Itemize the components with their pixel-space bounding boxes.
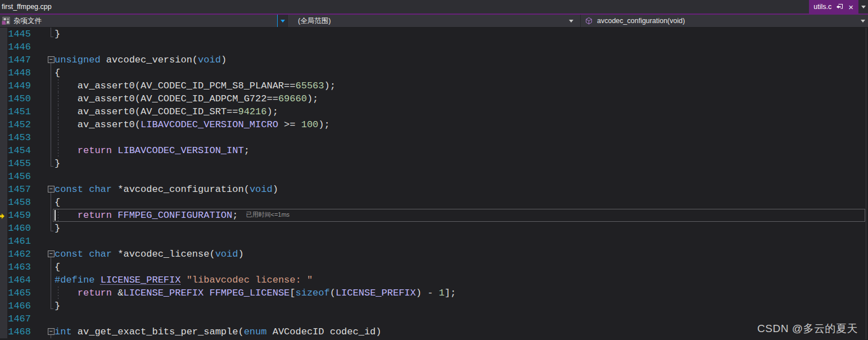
breakpoint-margin[interactable]	[0, 325, 7, 338]
code-text[interactable]	[34, 235, 868, 248]
line-number[interactable]: 1463	[7, 261, 34, 274]
code-tokens: return LIBAVCODEC_VERSION_INT;	[55, 145, 250, 156]
fold-collapse-button[interactable]: −	[48, 186, 55, 193]
breakpoint-margin[interactable]	[0, 235, 7, 248]
code-token: }	[55, 158, 60, 169]
breakpoint-margin[interactable]	[0, 92, 7, 105]
scope-dropdown[interactable]: (全局范围)	[287, 15, 580, 27]
code-text[interactable]: −const char *avcodec_configuration(void)	[34, 183, 868, 196]
breakpoint-margin[interactable]	[0, 105, 7, 118]
code-text[interactable]: {	[34, 66, 868, 79]
line-number[interactable]: 1462	[7, 248, 34, 261]
line-number[interactable]: 1451	[7, 105, 34, 118]
breakpoint-margin[interactable]	[0, 287, 7, 299]
scope-dropdown-label: (全局范围)	[298, 16, 331, 26]
breakpoint-margin[interactable]	[0, 131, 7, 144]
code-text[interactable]: }	[34, 157, 868, 170]
code-text[interactable]: }	[34, 222, 868, 235]
code-text[interactable]: av_assert0(AV_CODEC_ID_SRT==94216);	[34, 105, 868, 118]
fold-collapse-button[interactable]: −	[48, 328, 55, 335]
code-tokens: #define LICENSE_PREFIX "libavcodec licen…	[55, 275, 313, 285]
code-text[interactable]: return &LICENSE_PREFIX FFMPEG_LICENSE[si…	[34, 287, 868, 299]
code-text[interactable]: −int av_get_exact_bits_per_sample(enum A…	[34, 325, 868, 338]
code-text[interactable]: }	[34, 299, 868, 312]
line-number[interactable]: 1464	[7, 274, 34, 287]
line-number[interactable]: 1458	[7, 196, 34, 209]
line-number[interactable]: 1467	[7, 312, 34, 325]
line-number[interactable]: 1450	[7, 92, 34, 105]
code-editor[interactable]: 1445}14461447−unsigned avcodec_version(v…	[0, 28, 868, 339]
code-tokens: const char *avcodec_configuration(void)	[55, 184, 278, 195]
code-text[interactable]: av_assert0(AV_CODEC_ID_ADPCM_G722==69660…	[34, 92, 868, 105]
code-text[interactable]	[34, 170, 868, 183]
line-number[interactable]: 1448	[7, 66, 34, 79]
breakpoint-margin[interactable]	[0, 41, 7, 53]
code-token: enum	[244, 326, 267, 337]
line-number[interactable]: 1453	[7, 131, 34, 144]
code-line: 1467	[0, 312, 868, 325]
line-number[interactable]: 1456	[7, 170, 34, 183]
code-text[interactable]	[34, 131, 868, 144]
breakpoint-margin[interactable]	[0, 53, 7, 66]
line-number[interactable]: 1465	[7, 287, 34, 299]
code-text[interactable]: −unsigned avcodec_version(void)	[34, 53, 868, 66]
close-icon[interactable]: ×	[848, 3, 854, 11]
breakpoint-margin[interactable]	[0, 274, 7, 287]
line-number[interactable]: 1468	[7, 325, 34, 338]
code-tokens: }	[55, 158, 60, 169]
code-text[interactable]: {	[34, 261, 868, 274]
breakpoint-margin[interactable]	[0, 248, 7, 261]
tab-list-chevron-button[interactable]	[858, 0, 868, 14]
line-number[interactable]: 1446	[7, 41, 34, 53]
line-number[interactable]: 1466	[7, 299, 34, 312]
breakpoint-margin[interactable]	[0, 170, 7, 183]
line-number[interactable]: 1459	[7, 209, 34, 222]
code-tokens: }	[55, 223, 60, 234]
code-token: LIBAVCODEC_VERSION_INT	[117, 145, 243, 156]
breakpoint-margin[interactable]	[0, 312, 7, 325]
perf-tip[interactable]: 已用时间<=1ms	[246, 211, 290, 218]
tab-first-ffmpeg-cpp[interactable]: first_ffmpeg.cpp	[0, 0, 58, 14]
project-dropdown-arrow-button[interactable]	[277, 15, 287, 27]
breakpoint-margin[interactable]	[0, 261, 7, 274]
fold-collapse-button[interactable]: −	[48, 56, 55, 63]
project-dropdown[interactable]: 杂项文件	[0, 15, 287, 27]
line-number[interactable]: 1445	[7, 28, 34, 41]
code-text[interactable]	[34, 312, 868, 325]
line-number[interactable]: 1461	[7, 235, 34, 248]
breakpoint-margin[interactable]	[0, 157, 7, 170]
tab-utils-c-preview[interactable]: utils.c ×	[809, 0, 858, 14]
code-text[interactable]: return LIBAVCODEC_VERSION_INT;	[34, 144, 868, 157]
code-text[interactable]: av_assert0(AV_CODEC_ID_PCM_S8_PLANAR==65…	[34, 79, 868, 92]
line-number[interactable]: 1447	[7, 53, 34, 66]
code-rows: 1445}14461447−unsigned avcodec_version(v…	[0, 28, 868, 338]
breakpoint-margin[interactable]	[0, 66, 7, 79]
code-text[interactable]	[34, 41, 868, 53]
line-number[interactable]: 1457	[7, 183, 34, 196]
line-number[interactable]: 1454	[7, 144, 34, 157]
breakpoint-margin[interactable]	[0, 222, 7, 235]
breakpoint-margin[interactable]	[0, 79, 7, 92]
breakpoint-margin[interactable]	[0, 118, 7, 131]
code-text[interactable]: −const char *avcodec_license(void)	[34, 248, 868, 261]
breakpoint-margin[interactable]	[0, 209, 7, 222]
code-token: av_get_exact_bits_per_sample(	[72, 326, 244, 337]
line-number[interactable]: 1452	[7, 118, 34, 131]
breakpoint-margin[interactable]	[0, 299, 7, 312]
breakpoint-margin[interactable]	[0, 183, 7, 196]
code-text[interactable]: {	[34, 196, 868, 209]
breakpoint-margin[interactable]	[0, 28, 7, 41]
keep-open-icon[interactable]	[836, 3, 843, 10]
code-text[interactable]: #define LICENSE_PREFIX "libavcodec licen…	[34, 274, 868, 287]
fold-collapse-button[interactable]: −	[48, 250, 55, 257]
code-token	[112, 145, 117, 156]
line-number[interactable]: 1460	[7, 222, 34, 235]
breakpoint-margin[interactable]	[0, 144, 7, 157]
member-dropdown[interactable]: avcodec_configuration(void)	[580, 15, 868, 27]
breakpoint-margin[interactable]	[0, 196, 7, 209]
code-text[interactable]: av_assert0(LIBAVCODEC_VERSION_MICRO >= 1…	[34, 118, 868, 131]
line-number[interactable]: 1449	[7, 79, 34, 92]
code-text[interactable]: return FFMPEG_CONFIGURATION;已用时间<=1ms	[34, 209, 868, 222]
line-number[interactable]: 1455	[7, 157, 34, 170]
code-text[interactable]: }	[34, 28, 868, 41]
